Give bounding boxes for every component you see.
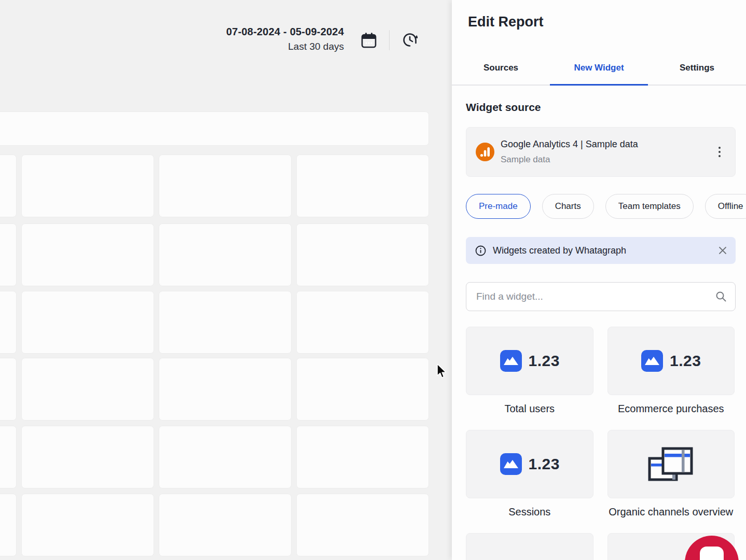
empty-widget-placeholder[interactable]	[22, 224, 154, 286]
info-banner-text: Widgets created by Whatagraph	[493, 245, 718, 256]
widget-total-users[interactable]: 1.23 Total users	[466, 327, 593, 416]
empty-widget-placeholder[interactable]	[0, 426, 16, 488]
chat-logo	[700, 547, 724, 560]
widget-item-partial[interactable]	[466, 533, 593, 560]
empty-widget-placeholder[interactable]	[22, 426, 154, 488]
tab-sources[interactable]: Sources	[452, 52, 550, 85]
empty-widget-placeholder[interactable]	[0, 358, 16, 420]
empty-widget-placeholder[interactable]	[0, 291, 16, 353]
widget-organic-channels-overview[interactable]: Organic channels overview	[607, 430, 735, 519]
widget-label: Sessions	[466, 505, 593, 519]
chip-charts[interactable]: Charts	[542, 194, 594, 219]
widget-list: 1.23 Total users 1.23 Ecommerce purchase…	[466, 327, 736, 560]
chip-team-templates[interactable]: Team templates	[605, 194, 694, 219]
empty-widget-placeholder[interactable]	[159, 358, 291, 420]
chip-offline[interactable]: Offline	[705, 194, 746, 219]
toolbar-divider	[389, 30, 390, 50]
search-icon[interactable]	[715, 291, 727, 302]
tab-new-widget[interactable]: New Widget	[550, 52, 648, 85]
widget-label: Organic channels overview	[607, 505, 735, 519]
empty-widget-placeholder[interactable]	[0, 155, 16, 217]
mouse-cursor	[436, 363, 448, 379]
widget-preview-value: 1.23	[529, 352, 560, 370]
source-text: Google Analytics 4 | Sample data Sample …	[501, 139, 713, 165]
close-icon[interactable]	[718, 246, 727, 255]
widget-label: Total users	[466, 401, 593, 416]
table-overview-icon	[647, 445, 695, 483]
source-menu-icon[interactable]	[713, 145, 726, 159]
tab-settings[interactable]: Settings	[648, 52, 746, 85]
empty-widget-placeholder[interactable]	[0, 224, 16, 286]
single-value-icon	[500, 349, 522, 372]
widget-preview-value: 1.23	[670, 352, 701, 370]
chip-pre-made[interactable]: Pre-made	[466, 194, 531, 219]
date-range-value: 07-08-2024 - 05-09-2024	[226, 26, 344, 38]
single-value-icon	[641, 349, 664, 372]
source-name: Google Analytics 4 | Sample data	[501, 139, 713, 150]
widget-filter-chips: Pre-made Charts Team templates Offline	[466, 194, 736, 219]
empty-widget-placeholder[interactable]	[22, 494, 154, 556]
widget-preview: 1.23	[607, 327, 735, 395]
widget-sessions[interactable]: 1.23 Sessions	[466, 430, 593, 519]
info-banner: Widgets created by Whatagraph	[466, 237, 736, 264]
panel-content: Widget source Google Analytics 4 | Sampl…	[452, 101, 746, 560]
report-canvas: 07-08-2024 - 05-09-2024 Last 30 days	[0, 0, 452, 560]
empty-widget-placeholder[interactable]	[159, 224, 291, 286]
date-preset-label: Last 30 days	[226, 41, 344, 52]
google-analytics-icon	[476, 143, 494, 161]
widget-preview: 1.23	[466, 430, 593, 498]
widget-preview: 1.23	[466, 327, 593, 395]
empty-widget-placeholder[interactable]	[297, 155, 429, 217]
empty-widget-placeholder[interactable]	[159, 426, 291, 488]
source-subtitle: Sample data	[501, 155, 713, 165]
widget-preview-value: 1.23	[529, 455, 560, 473]
widget-preview	[607, 430, 735, 498]
panel-title: Edit Report	[452, 0, 746, 30]
empty-widget-placeholder[interactable]	[297, 494, 429, 556]
date-range-picker[interactable]: 07-08-2024 - 05-09-2024 Last 30 days	[226, 26, 344, 52]
empty-widget-placeholder[interactable]	[297, 224, 429, 286]
report-header-widget[interactable]	[0, 112, 429, 145]
empty-widget-placeholder[interactable]	[297, 426, 429, 488]
empty-widget-placeholder[interactable]	[159, 494, 291, 556]
empty-widget-placeholder[interactable]	[159, 291, 291, 353]
info-icon	[475, 245, 486, 256]
search-input[interactable]	[476, 291, 715, 302]
refresh-data-icon[interactable]	[402, 32, 418, 48]
empty-widget-placeholder[interactable]	[297, 358, 429, 420]
empty-widget-placeholder[interactable]	[0, 494, 16, 556]
empty-widget-placeholder[interactable]	[22, 155, 154, 217]
empty-widget-placeholder[interactable]	[22, 358, 154, 420]
report-toolbar: 07-08-2024 - 05-09-2024 Last 30 days	[0, 0, 452, 62]
empty-widget-placeholder[interactable]	[297, 291, 429, 353]
widget-label: Ecommerce purchases	[607, 401, 735, 416]
source-card-ga4[interactable]: Google Analytics 4 | Sample data Sample …	[466, 127, 736, 177]
edit-report-panel: Edit Report Sources New Widget Settings …	[452, 0, 746, 560]
empty-widget-placeholder[interactable]	[22, 291, 154, 353]
empty-widget-placeholder[interactable]	[159, 155, 291, 217]
widget-ecommerce-purchases[interactable]: 1.23 Ecommerce purchases	[607, 327, 735, 416]
widget-source-heading: Widget source	[466, 101, 736, 114]
widget-preview	[466, 533, 593, 560]
single-value-icon	[500, 453, 522, 475]
calendar-icon[interactable]	[361, 32, 377, 49]
panel-tabs: Sources New Widget Settings	[452, 52, 746, 86]
widget-search	[466, 282, 736, 311]
